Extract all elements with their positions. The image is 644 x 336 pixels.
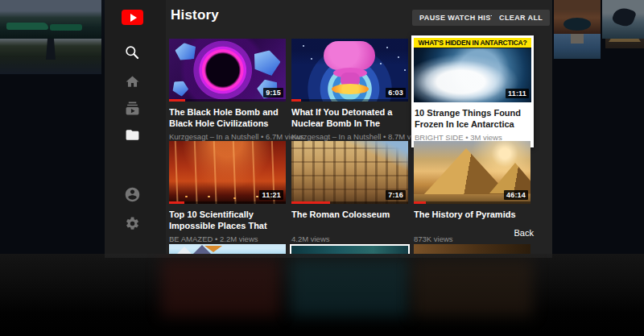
history-panel: History PAUSE WATCH HISTORY CLEAR ALL 9:…	[105, 0, 552, 254]
video-thumbnail-partial	[290, 244, 410, 254]
sidebar	[105, 0, 166, 254]
duration-badge: 9:15	[263, 88, 283, 97]
video-title: 10 Strange Things Found Frozen In Ice An…	[415, 107, 530, 130]
video-title: The Black Hole Bomb and Black Hole Civil…	[169, 106, 286, 129]
video-meta: Kurzgesagt – In a Nutshell • 6.7M views	[169, 132, 286, 141]
screen-reflection	[0, 254, 644, 336]
video-thumbnail-black-hole: 9:15	[169, 39, 286, 102]
video-thumbnail-colosseum: 7:16	[291, 141, 408, 204]
home-icon[interactable]	[124, 73, 140, 89]
watch-progress-bar	[291, 201, 408, 204]
video-card-focused[interactable]: WHAT'S HIDDEN IN ANTARCTICA? 11:11 10 St…	[411, 35, 534, 147]
youtube-logo[interactable]	[122, 10, 143, 25]
video-meta: Kurzgesagt – In a Nutshell • 8.7M views	[291, 132, 408, 141]
video-thumbnail-antarctica: WHAT'S HIDDEN IN ANTARCTICA? 11:11	[414, 38, 531, 102]
video-thumbnail-lightning: 11:21	[169, 141, 286, 204]
subscriptions-icon[interactable]	[124, 100, 140, 116]
page-title: History	[171, 7, 219, 23]
watch-progress-bar	[169, 201, 286, 204]
watch-progress-bar	[291, 99, 408, 102]
video-thumbnail-partial	[414, 244, 530, 254]
back-button[interactable]: Back	[502, 228, 534, 238]
duration-badge: 6:03	[386, 88, 406, 97]
search-icon[interactable]	[123, 44, 141, 61]
background-photo-canyon	[554, 0, 601, 34]
duration-badge: 11:21	[259, 190, 283, 200]
account-icon[interactable]	[123, 185, 141, 203]
library-icon[interactable]	[124, 127, 140, 143]
background-photo-lake-boats	[0, 0, 101, 39]
video-title: The Roman Colosseum	[291, 209, 408, 231]
video-meta: BE AMAZED • 2.2M views	[169, 234, 286, 243]
clear-all-button[interactable]: CLEAR ALL	[492, 10, 550, 26]
watch-progress-bar	[414, 201, 530, 204]
video-title: Top 10 Scientifically Impossible Places …	[169, 209, 286, 231]
video-title: What If You Detonated a Nuclear Bomb In …	[291, 106, 408, 129]
video-card[interactable]: 7:16 The Roman Colosseum 4.2M views	[291, 141, 408, 243]
duration-badge: 7:16	[386, 190, 406, 200]
thumbnail-banner-text: WHAT'S HIDDEN IN ANTARCTICA?	[414, 38, 531, 48]
duration-badge: 11:11	[506, 89, 529, 98]
duration-badge: 46:14	[504, 190, 528, 200]
video-card[interactable]: 6:03 What If You Detonated a Nuclear Bom…	[291, 39, 408, 141]
video-card[interactable]: 9:15 The Black Hole Bomb and Black Hole …	[169, 39, 286, 141]
video-thumbnail-partial	[169, 244, 286, 254]
play-icon	[130, 14, 137, 22]
video-thumbnail-pyramids: 46:14	[414, 141, 530, 204]
youtube-tv-screen: History PAUSE WATCH HISTORY CLEAR ALL 9:…	[0, 0, 644, 336]
video-thumbnail-nuke: 6:03	[291, 39, 408, 102]
background-photo-whale	[602, 0, 644, 39]
video-card[interactable]: 11:21 Top 10 Scientifically Impossible P…	[169, 141, 286, 243]
video-meta: 4.2M views	[291, 234, 408, 243]
settings-icon[interactable]	[124, 215, 140, 231]
watch-progress-bar	[169, 99, 286, 102]
